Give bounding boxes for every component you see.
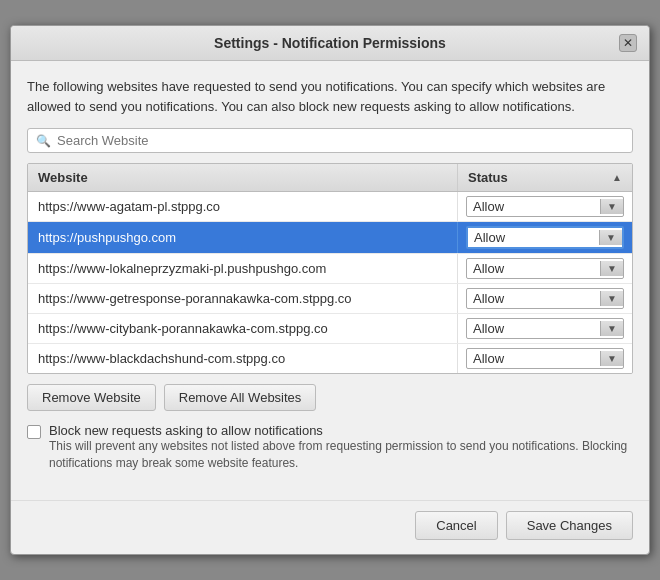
sort-arrow-icon: ▲ [612,172,622,183]
row-website-url: https://www-blackdachshund-com.stppg.co [28,344,457,373]
table-row[interactable]: https://pushpushgo.comAllow▼ [28,222,632,254]
row-status-cell: Allow▼ [457,344,632,373]
search-input[interactable] [57,133,624,148]
status-dropdown[interactable]: Allow▼ [466,226,624,249]
action-buttons: Remove Website Remove All Websites [27,384,633,411]
dropdown-arrow-icon[interactable]: ▼ [599,230,622,245]
row-website-url: https://www-agatam-pl.stppg.co [28,192,457,221]
row-status-cell: Allow▼ [457,314,632,343]
settings-dialog: Settings - Notification Permissions ✕ Th… [10,25,650,555]
dialog-title: Settings - Notification Permissions [41,35,619,51]
row-status-cell: Allow▼ [457,254,632,283]
block-requests-checkbox[interactable] [27,425,41,439]
status-dropdown[interactable]: Allow▼ [466,318,624,339]
status-dropdown[interactable]: Allow▼ [466,288,624,309]
row-website-url: https://www-lokalneprzyzmaki-pl.pushpush… [28,254,457,283]
row-website-url: https://www-getresponse-porannakawka-com… [28,284,457,313]
table-row[interactable]: https://www-agatam-pl.stppg.coAllow▼ [28,192,632,222]
cancel-button[interactable]: Cancel [415,511,497,540]
status-label: Allow [468,228,599,247]
dialog-body: The following websites have requested to… [11,61,649,500]
table-row[interactable]: https://www-blackdachshund-com.stppg.coA… [28,344,632,373]
table-row[interactable]: https://www-lokalneprzyzmaki-pl.pushpush… [28,254,632,284]
table-rows: https://www-agatam-pl.stppg.coAllow▼http… [28,192,632,373]
status-label: Allow [467,319,600,338]
row-website-url: https://www-citybank-porannakawka-com.st… [28,314,457,343]
checkbox-description: This will prevent any websites not liste… [49,439,627,470]
website-table: Website Status ▲ https://www-agatam-pl.s… [27,163,633,374]
row-status-cell: Allow▼ [457,222,632,253]
col-website-header: Website [28,164,457,191]
search-box: 🔍 [27,128,633,153]
status-label: Allow [467,197,600,216]
status-dropdown[interactable]: Allow▼ [466,258,624,279]
row-status-cell: Allow▼ [457,192,632,221]
description-text: The following websites have requested to… [27,77,633,116]
status-dropdown[interactable]: Allow▼ [466,348,624,369]
status-label: Allow [467,259,600,278]
dropdown-arrow-icon[interactable]: ▼ [600,291,623,306]
row-status-cell: Allow▼ [457,284,632,313]
status-dropdown[interactable]: Allow▼ [466,196,624,217]
remove-website-button[interactable]: Remove Website [27,384,156,411]
search-icon: 🔍 [36,134,51,148]
remove-all-button[interactable]: Remove All Websites [164,384,317,411]
col-status-header: Status ▲ [457,164,632,191]
block-requests-row: Block new requests asking to allow notif… [27,423,633,472]
dialog-footer: Cancel Save Changes [11,500,649,554]
checkbox-label: Block new requests asking to allow notif… [49,423,633,438]
row-website-url: https://pushpushgo.com [28,223,457,252]
dropdown-arrow-icon[interactable]: ▼ [600,321,623,336]
table-row[interactable]: https://www-citybank-porannakawka-com.st… [28,314,632,344]
save-button[interactable]: Save Changes [506,511,633,540]
dropdown-arrow-icon[interactable]: ▼ [600,199,623,214]
dialog-header: Settings - Notification Permissions ✕ [11,26,649,61]
status-label: Allow [467,349,600,368]
table-row[interactable]: https://www-getresponse-porannakawka-com… [28,284,632,314]
table-header: Website Status ▲ [28,164,632,192]
close-button[interactable]: ✕ [619,34,637,52]
dropdown-arrow-icon[interactable]: ▼ [600,351,623,366]
dropdown-arrow-icon[interactable]: ▼ [600,261,623,276]
status-label: Allow [467,289,600,308]
